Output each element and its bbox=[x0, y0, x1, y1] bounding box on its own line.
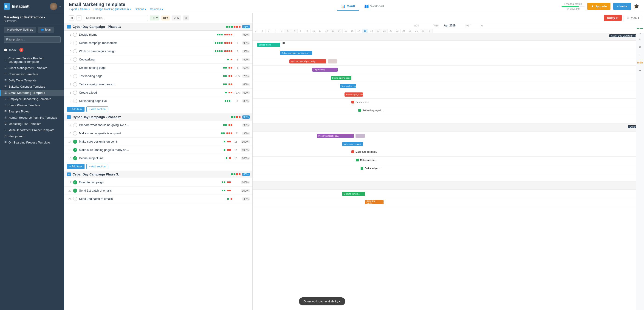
phase1-add-section-btn[interactable]: + Add section bbox=[86, 106, 108, 112]
gantt-task-row: Define subject... bbox=[253, 165, 644, 173]
sidebar-item-event-planner[interactable]: ☰ Event Planner Template bbox=[0, 102, 64, 108]
view-toggle-btn[interactable]: ⊟ bbox=[76, 16, 82, 21]
task-12-check[interactable] bbox=[73, 123, 77, 127]
percent-icon[interactable]: 100% bbox=[637, 59, 643, 66]
task-20-check[interactable] bbox=[73, 189, 77, 193]
task-19-check[interactable] bbox=[73, 180, 77, 185]
diploma-icon[interactable]: 🎓 bbox=[634, 4, 640, 9]
gantt-bar-campaign-mech: Define campaign mechanism bbox=[280, 51, 312, 55]
gantt-bar-decide-theme: Decide theme bbox=[257, 43, 280, 47]
task-4-check[interactable] bbox=[73, 58, 77, 62]
task-3-check[interactable] bbox=[73, 49, 77, 53]
add-icon[interactable]: + bbox=[637, 52, 643, 58]
svg-rect-1 bbox=[6, 5, 7, 8]
task-1-check[interactable] bbox=[73, 33, 77, 37]
indicator-dot bbox=[231, 26, 233, 28]
phase1-add-task-btn[interactable]: + Add task bbox=[67, 107, 84, 112]
upgrade-button[interactable]: ★ Upgrade bbox=[587, 3, 610, 10]
task-8-check[interactable] bbox=[73, 91, 77, 95]
gantt-task-row: Define landing page bbox=[253, 74, 644, 82]
topbar: Email Marketing Template Export & Share … bbox=[64, 0, 644, 13]
workload-bar: Open workload availability ▾ bbox=[299, 297, 345, 305]
task-row: 21 Send 2nd batch of emails 40% bbox=[64, 195, 252, 203]
gantt-bar-test-landing: Test landing page bbox=[340, 84, 356, 88]
sidebar-item-example-project[interactable]: ☰ Example Project bbox=[0, 108, 64, 114]
section-phase2-collapse[interactable]: − bbox=[67, 115, 71, 119]
sidebar-item-email-marketing[interactable]: ☰ Email Marketing Template bbox=[0, 90, 64, 96]
task-1-pr bbox=[217, 34, 222, 35]
pr-col-btn[interactable]: PR ▾ bbox=[150, 16, 160, 21]
gantt-task-row: Set landing page li... bbox=[253, 107, 644, 115]
gantt-task-row: Execute campa... bbox=[253, 190, 644, 198]
ri-col-btn[interactable]: RI ▾ bbox=[161, 16, 170, 21]
sidebar-item-employee-onboarding[interactable]: ☰ Employee Onboarding Template bbox=[0, 96, 64, 102]
sidebar-item-daily-tasks[interactable]: ☰ Daily Tasks Template bbox=[0, 77, 64, 83]
days-button[interactable]: ☰ DAYS ▾ bbox=[624, 15, 642, 21]
search-area bbox=[84, 15, 148, 21]
invite-button[interactable]: + Invite bbox=[613, 3, 631, 10]
team-btn[interactable]: 👥 Team bbox=[38, 27, 54, 33]
section-phase3-collapse[interactable]: − bbox=[67, 173, 71, 176]
section-phase1-collapse[interactable]: − bbox=[67, 25, 71, 29]
project-icon: ☰ bbox=[4, 79, 7, 82]
sidebar-item-onboarding[interactable]: ☰ On-Boarding Process Template bbox=[0, 139, 64, 145]
task-row: 7 Test campaign mechanism 60% bbox=[64, 80, 252, 89]
workspace-name[interactable]: Marketing at BestPractice ▾ bbox=[4, 16, 61, 19]
copy-icon[interactable]: ⧉ bbox=[637, 44, 643, 50]
project-icon: ☰ bbox=[4, 73, 7, 76]
columns-btn[interactable]: Columns ▾ bbox=[150, 8, 163, 11]
user-avatar[interactable] bbox=[50, 3, 57, 10]
task-2-pr bbox=[215, 42, 222, 44]
gantt-bar-copywriting: Copywriting bbox=[312, 68, 338, 72]
task-15-check[interactable] bbox=[73, 148, 77, 152]
task-5-check[interactable] bbox=[73, 66, 77, 70]
trial-status: Free trial status 91 days left bbox=[562, 3, 584, 10]
gantt-scroll[interactable]: W14 W15 Apr 2019 W17 W 12345678910111213… bbox=[253, 23, 644, 310]
inbox-nav: 💬 Inbox 1 bbox=[0, 45, 64, 55]
task-4-ri bbox=[230, 59, 232, 60]
workload-availability-btn[interactable]: Open workload availability ▾ bbox=[299, 297, 345, 305]
change-tracking-btn[interactable]: Change Tracking (Baselines) ▾ bbox=[94, 8, 131, 11]
task-8-ri bbox=[228, 92, 232, 93]
gantt-month-label: W14 W15 Apr 2019 W17 W bbox=[253, 23, 644, 28]
sidebar-item-editorial[interactable]: ☰ Editorial Calendar Template bbox=[0, 83, 64, 90]
today-button[interactable]: Today ► bbox=[604, 15, 622, 21]
tab-workload[interactable]: 👥 Workload bbox=[360, 2, 388, 11]
search-input[interactable] bbox=[84, 15, 148, 21]
sidebar-item-multi-dept[interactable]: ☰ Multi-Department Project Template bbox=[0, 127, 64, 133]
task-21-check[interactable] bbox=[73, 197, 77, 201]
options-btn[interactable]: Options ▾ bbox=[134, 8, 146, 11]
minus-icon[interactable]: − bbox=[637, 67, 643, 74]
task-7-check[interactable] bbox=[73, 82, 77, 86]
sidebar-item-client-management[interactable]: ☰ Client Management Template bbox=[0, 65, 64, 71]
phase2-add-section-btn[interactable]: + Add section bbox=[86, 164, 108, 169]
pct-col-btn[interactable]: % bbox=[183, 16, 189, 21]
undo-icon[interactable]: ↩ bbox=[637, 36, 643, 42]
indicator-dot bbox=[239, 26, 240, 28]
task-9-check[interactable] bbox=[73, 99, 77, 103]
phase2-add-task-btn[interactable]: + Add task bbox=[67, 164, 84, 169]
workspace-section[interactable]: Marketing at BestPractice ▾ 22 Projects. bbox=[0, 13, 64, 25]
app-logo: Instagantt bbox=[4, 3, 30, 10]
sidebar-item-marketing-plan[interactable]: ☰ Marketing Plan Template bbox=[0, 121, 64, 127]
filter-input[interactable] bbox=[4, 36, 61, 43]
sidebar-item-inbox[interactable]: 💬 Inbox 1 bbox=[0, 47, 64, 53]
project-icon: ☰ bbox=[4, 104, 7, 107]
task-13-check[interactable] bbox=[73, 131, 77, 135]
section-phase1-indicators bbox=[226, 26, 240, 28]
add-col-btn[interactable]: ⊞ bbox=[69, 16, 74, 21]
task-16-check[interactable] bbox=[73, 156, 77, 160]
tab-gantt[interactable]: 📊 Gantt bbox=[337, 2, 359, 11]
workbook-settings-btn[interactable]: ⚙ Workbook Settings bbox=[4, 27, 36, 33]
dpd-col-btn[interactable]: DPD bbox=[172, 16, 181, 21]
sidebar-item-construction[interactable]: ☰ Construction Template bbox=[0, 71, 64, 77]
task-6-check[interactable] bbox=[73, 74, 77, 78]
task-14-check[interactable] bbox=[73, 139, 77, 144]
export-share-btn[interactable]: Export & Share ▾ bbox=[69, 8, 90, 11]
project-icon: ☰ bbox=[4, 97, 7, 100]
sidebar-item-hr-planning[interactable]: ☰ Human Resource Planning Template bbox=[0, 114, 64, 121]
sidebar-item-customer-service[interactable]: ☰ Customer Service Problem Management Te… bbox=[0, 55, 64, 65]
project-icon: ☰ bbox=[4, 135, 7, 138]
sidebar-item-new-project[interactable]: ☰ New project bbox=[0, 133, 64, 139]
task-2-check[interactable] bbox=[73, 41, 77, 45]
